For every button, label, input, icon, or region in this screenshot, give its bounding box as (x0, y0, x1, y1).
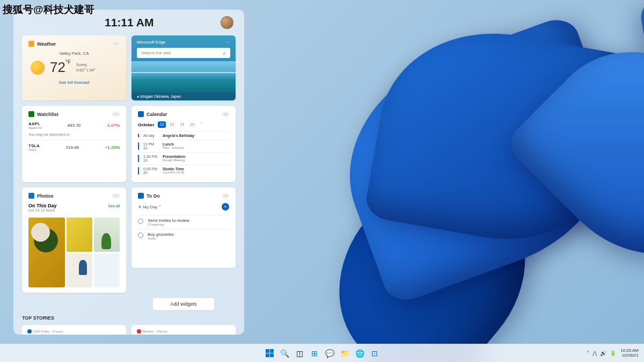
photos-icon (28, 193, 34, 199)
calendar-event[interactable]: All dayAngela's Birthday (138, 131, 229, 140)
todo-checkbox[interactable] (138, 219, 143, 224)
widget-menu-icon[interactable]: ⋯ (112, 112, 120, 117)
photos-widget[interactable]: Photos ⋯ On This Day Oct 14 12 items See… (22, 187, 126, 293)
calendar-day[interactable]: 12 (158, 121, 166, 128)
widgets-button[interactable]: ⊞ (308, 347, 321, 360)
widget-menu-icon[interactable]: ⋯ (112, 41, 120, 47)
calendar-event[interactable]: 12 PM1hLunchPete · Johnson (138, 140, 229, 152)
edge-button[interactable]: 🌐 (353, 347, 366, 360)
wifi-icon[interactable]: ⋀ (592, 350, 597, 356)
calendar-widget[interactable]: Calendar ⋯ October 12 13 14 15 ˅ All day… (131, 106, 236, 182)
widgets-clock: 11:11 AM (24, 16, 153, 29)
photo-thumbnail[interactable] (94, 254, 120, 288)
bing-widget[interactable]: Microsoft Edge ⋯ Search the web ⌕ ● Ishi… (131, 35, 236, 100)
weather-icon (28, 41, 34, 47)
chevron-down-icon[interactable]: ˅ (198, 121, 204, 128)
start-button[interactable] (263, 347, 276, 360)
photos-title: Photos (37, 193, 54, 199)
task-view-button[interactable]: ◫ (293, 347, 306, 360)
photos-heading: On This Day (28, 203, 57, 208)
system-tray[interactable]: ˄ ⋀ 🔊 🔋 (587, 350, 616, 356)
file-explorer-button[interactable]: 📁 (338, 347, 351, 360)
taskbar-clock[interactable]: 10:20 AM 10/28/21 (620, 349, 639, 358)
bing-label: Microsoft Edge (137, 40, 165, 45)
bing-caption: ● Ishigaki Okinawa, Japan (131, 92, 236, 100)
photo-thumbnail[interactable] (67, 254, 92, 288)
todo-title: To Do (147, 193, 160, 199)
chat-button[interactable]: 💬 (323, 347, 336, 360)
photos-subtitle: Oct 14 12 items (28, 208, 57, 212)
bing-search-input[interactable]: Search the web ⌕ (137, 48, 230, 58)
todo-widget[interactable]: To Do ⋯ ☀ My Day ˅ + Send invites to rev… (131, 187, 236, 268)
bing-daily-image (131, 61, 236, 92)
calendar-title: Calendar (147, 112, 167, 117)
widgets-panel: 11:11 AM Weather ⋯ Valley Park, CA 72°F … (13, 10, 244, 335)
calendar-month: October (138, 122, 155, 127)
source-dot-icon (137, 329, 141, 334)
calendar-day[interactable]: 14 (178, 121, 186, 128)
widget-menu-icon[interactable]: ⋯ (226, 40, 230, 45)
finance-note: You may be interested in (28, 133, 120, 136)
todo-add-button[interactable]: + (222, 203, 229, 211)
weather-forecast-link[interactable]: See full forecast (28, 80, 120, 85)
todo-myday-dropdown[interactable]: ☀ My Day ˅ (138, 205, 161, 209)
finance-widget[interactable]: Watchlist ⋯ AAPLApple Inc 483.70 -1.07% … (22, 106, 126, 182)
source-dot-icon (27, 329, 32, 334)
calendar-event[interactable]: 6:00 PM2hStudio TimeConf Rm 12.06 (138, 164, 229, 177)
todo-item[interactable]: Buy groceriesTasks (138, 229, 229, 243)
weather-temp: 72°F (50, 59, 71, 76)
photo-thumbnail[interactable] (28, 218, 65, 287)
weather-description: Sunny H:82° L:64° (76, 62, 96, 72)
news-section-title: TOP STORIES (22, 315, 236, 321)
weather-location: Valley Park, CA (28, 51, 120, 56)
widget-menu-icon[interactable]: ⋯ (222, 112, 229, 117)
weather-widget[interactable]: Weather ⋯ Valley Park, CA 72°F Sunny H:8… (22, 35, 126, 100)
user-avatar[interactable] (221, 16, 233, 29)
store-button[interactable]: ⊡ (368, 347, 381, 360)
finance-title: Watchlist (37, 112, 58, 117)
calendar-day[interactable]: 13 (167, 121, 176, 128)
calendar-event[interactable]: 1:30 PM1hPresentationDesign Meeting (138, 152, 229, 164)
photos-see-all-link[interactable]: See all (108, 204, 120, 208)
taskbar: 🔍 ◫ ⊞ 💬 📁 🌐 ⊡ ˄ ⋀ 🔊 🔋 10:20 AM 10/28/21 (0, 344, 644, 362)
calendar-day[interactable]: 15 (188, 121, 196, 128)
sun-icon (31, 61, 45, 75)
watermark-text: 搜狐号@科技犬建哥 (3, 3, 94, 17)
todo-checkbox[interactable] (138, 233, 143, 238)
todo-icon (138, 193, 144, 199)
todo-item[interactable]: Send invites to reviewOf planning (138, 215, 229, 229)
widget-menu-icon[interactable]: ⋯ (112, 193, 120, 199)
add-widgets-button[interactable]: Add widgets (153, 298, 214, 310)
chevron-up-icon[interactable]: ˄ (587, 350, 589, 356)
weather-title: Weather (37, 41, 56, 47)
photo-thumbnail[interactable] (67, 218, 92, 252)
news-card[interactable]: Reuters · 3 hours Are coffee naps the an… (131, 325, 236, 335)
photo-thumbnail[interactable] (94, 218, 120, 252)
search-button[interactable]: 🔍 (278, 347, 291, 360)
finance-icon (28, 111, 34, 117)
calendar-icon (138, 111, 144, 117)
volume-icon[interactable]: 🔊 (600, 350, 606, 356)
news-card[interactable]: CNN Today · 2 hours One of the smallest … (22, 325, 126, 335)
search-icon: ⌕ (223, 50, 226, 56)
battery-icon[interactable]: 🔋 (610, 350, 616, 356)
widget-menu-icon[interactable]: ⋯ (222, 193, 229, 199)
